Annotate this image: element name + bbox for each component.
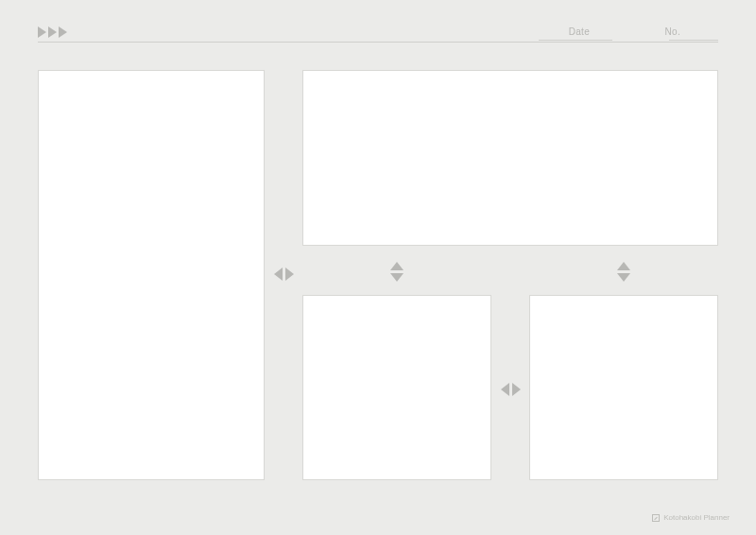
panel-bottom-right[interactable] [529,295,718,480]
number-label: No. [665,26,680,37]
panel-top-wide[interactable] [302,70,718,246]
date-label: Date [569,26,590,37]
date-field[interactable] [539,40,612,41]
panel-left[interactable] [38,70,265,480]
number-field[interactable] [669,40,718,41]
connector-left-right-icon [273,265,294,284]
panel-bottom-left[interactable] [302,295,491,480]
connector-up-down-icon [389,257,404,285]
connector-up-down-icon [616,257,631,285]
triple-arrow-icon [38,26,67,38]
brand-mark-icon [652,514,660,522]
page-header: Date No. [38,26,718,49]
header-rule [38,42,718,43]
brand-text: Kotohakobi Planner [663,513,730,522]
footer-brand: Kotohakobi Planner [652,513,730,522]
connector-left-right-icon [500,380,521,399]
